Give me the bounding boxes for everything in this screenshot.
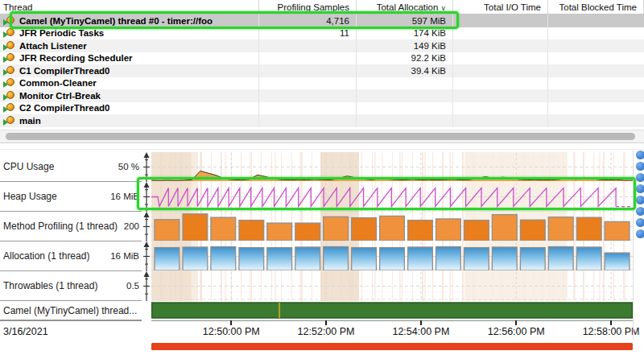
time-tick-label: 12:56:00 PM — [488, 326, 545, 337]
total-io-time-cell — [453, 52, 548, 65]
profiling-samples-cell — [259, 64, 357, 77]
thread-icon — [3, 91, 15, 101]
thread-activity-chart[interactable] — [151, 301, 633, 320]
thread-icon — [3, 116, 15, 126]
total-allocation-cell: 92.2 KiB — [357, 52, 453, 65]
time-tick-mark — [230, 320, 232, 325]
thread-name-cell: main — [0, 114, 259, 127]
total-allocation-cell — [357, 77, 453, 90]
total-io-time-cell — [453, 77, 548, 90]
thread-name: C1 CompilerThread0 — [19, 66, 109, 76]
thread-name: JFR Recording Scheduler — [19, 53, 133, 63]
timeline-row-thread-activity: Camel (MyTinyCamel) thread... — [0, 301, 644, 320]
total-allocation-cell: 597 MiB — [357, 14, 453, 27]
column-header-profiling-samples[interactable]: Profiling Samples — [259, 0, 357, 14]
row-options-button[interactable] — [636, 218, 644, 227]
date-label: 3/16/2021 — [3, 326, 48, 337]
row-options-button[interactable] — [636, 151, 644, 159]
profiling-samples-cell — [259, 77, 357, 90]
total-blocked-time-cell — [548, 52, 644, 65]
selection-range-bar[interactable] — [151, 343, 633, 350]
table-row[interactable]: Camel (MyTinyCamel) thread #0 - timer://… — [0, 14, 644, 27]
horizontal-scrollbar[interactable] — [0, 130, 644, 143]
row-label: CPU Usage — [3, 161, 54, 172]
allocation-chart[interactable] — [151, 241, 633, 271]
profiling-samples-cell — [259, 102, 357, 115]
column-header-label: Total I/O Time — [484, 2, 541, 12]
total-blocked-time-cell — [548, 102, 644, 115]
y-axis — [142, 152, 151, 182]
thread-icon — [3, 16, 15, 26]
thread-name-cell: C1 CompilerThread0 — [0, 64, 259, 77]
total-allocation-cell — [357, 102, 453, 115]
total-io-time-cell — [453, 39, 548, 52]
thread-name: main — [19, 116, 41, 126]
sort-descending-icon[interactable]: ∨ — [440, 4, 446, 12]
scrollbar-thumb[interactable] — [6, 133, 635, 140]
row-options-button[interactable] — [636, 184, 644, 193]
time-tick-label: 12:50:00 PM — [203, 326, 260, 337]
method-profiling-chart[interactable] — [151, 212, 633, 241]
row-label: Heap Usage — [3, 191, 57, 202]
column-header-total-blocked-time[interactable]: Total Blocked Time — [548, 0, 644, 14]
thread-name-cell: JFR Periodic Tasks — [0, 27, 259, 40]
column-header-total-allocation[interactable]: Total Allocation∨ — [357, 0, 453, 14]
column-header-thread[interactable]: Thread — [0, 0, 259, 14]
table-row[interactable]: main — [0, 114, 644, 127]
thread-name-cell: Common-Cleaner — [0, 77, 259, 90]
cpu-usage-chart[interactable] — [151, 152, 633, 182]
row-label: Method Profiling (1 thread) — [3, 221, 118, 232]
axis-line — [151, 320, 633, 321]
y-axis-tick-label: 0.5 — [126, 281, 139, 291]
total-io-time-cell — [453, 27, 548, 40]
profiling-samples-cell — [259, 114, 357, 127]
total-blocked-time-cell — [548, 27, 644, 40]
time-tick-mark — [610, 320, 612, 325]
total-allocation-cell: 174 KiB — [357, 27, 453, 40]
row-options-button[interactable] — [636, 229, 644, 238]
profiling-samples-cell — [259, 89, 357, 102]
table-row[interactable]: Attach Listener149 KiB — [0, 39, 644, 52]
y-axis — [142, 212, 151, 241]
row-options-button[interactable] — [636, 173, 644, 182]
row-label: Throwables (1 thread) — [3, 280, 97, 291]
table-row[interactable]: Common-Cleaner — [0, 77, 644, 90]
table-row[interactable]: JFR Recording Scheduler92.2 KiB — [0, 52, 644, 65]
thread-name-cell: C2 CompilerThread0 — [0, 102, 259, 115]
table-row[interactable]: C2 CompilerThread0 — [0, 102, 644, 115]
table-row[interactable]: C1 CompilerThread039.4 KiB — [0, 64, 644, 77]
total-blocked-time-cell — [548, 64, 644, 77]
thread-icon — [3, 66, 15, 76]
throwables-chart[interactable] — [151, 271, 633, 301]
total-io-time-cell — [453, 14, 548, 27]
total-blocked-time-cell — [548, 89, 644, 102]
thread-name: Camel (MyTinyCamel) thread #0 - timer://… — [19, 16, 213, 26]
time-axis: 3/16/2021 12:50:00 PM12:52:00 PM12:54:00… — [0, 320, 644, 341]
y-axis-tick-label: 16 MiB — [110, 251, 139, 261]
thread-name-cell: Camel (MyTinyCamel) thread #0 - timer://… — [0, 14, 259, 27]
thread-name-cell: Monitor Ctrl-Break — [0, 89, 259, 102]
row-options-button[interactable] — [636, 196, 644, 204]
timeline-row-throwables: Throwables (1 thread)0.5 — [0, 271, 644, 301]
column-header-total-io-time[interactable]: Total I/O Time — [453, 0, 548, 14]
row-label: Allocation (1 thread) — [3, 250, 89, 262]
table-row[interactable]: JFR Periodic Tasks11174 KiB — [0, 27, 644, 40]
total-io-time-cell — [453, 114, 548, 127]
time-tick-label: 12:58:00 PM — [583, 326, 640, 337]
row-options-button[interactable] — [636, 207, 644, 216]
time-tick-mark — [420, 320, 422, 325]
y-axis — [142, 271, 151, 301]
table-row[interactable]: Monitor Ctrl-Break — [0, 89, 644, 102]
y-axis — [142, 182, 151, 212]
column-header-label: Total Allocation — [377, 2, 439, 12]
timeline-row-method-profiling: Method Profiling (1 thread)200 — [0, 212, 644, 241]
timeline-row-cpu-usage: CPU Usage50 % — [0, 152, 644, 182]
timeline-panel: CPU Usage50 % Heap Usage16 MiB Method Pr… — [0, 149, 644, 359]
thread-name: JFR Periodic Tasks — [19, 28, 104, 38]
heap-usage-chart[interactable] — [151, 182, 633, 212]
column-header-label: Thread — [3, 2, 32, 12]
row-options-button[interactable] — [636, 162, 644, 171]
profiling-samples-cell — [259, 52, 357, 65]
time-tick-mark — [515, 320, 517, 325]
thread-name-cell: Attach Listener — [0, 39, 259, 52]
